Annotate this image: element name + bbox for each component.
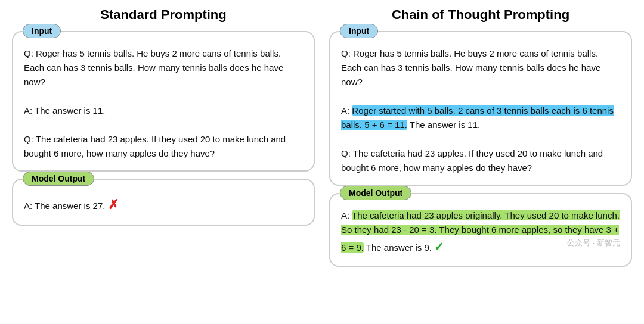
- right-column: Chain of Thought Prompting Input Q: Roge…: [329, 7, 632, 267]
- right-output-badge: Model Output: [340, 186, 411, 200]
- left-a1: A: The answer is 11.: [24, 105, 105, 116]
- left-title: Standard Prompting: [12, 7, 315, 23]
- left-input-card: Input Q: Roger has 5 tennis balls. He bu…: [12, 31, 315, 172]
- correct-icon: ✓: [434, 240, 444, 253]
- main-layout: Standard Prompting Input Q: Roger has 5 …: [12, 7, 632, 267]
- watermark: 公众号 · 新智元: [567, 237, 620, 250]
- right-a1-end: The answer is 11.: [407, 120, 480, 130]
- left-column: Standard Prompting Input Q: Roger has 5 …: [12, 7, 315, 267]
- right-input-badge: Input: [340, 24, 378, 38]
- right-q1: Q: Roger has 5 tennis balls. He buys 2 m…: [341, 48, 600, 87]
- left-output-body: A: The answer is 27. ✗: [24, 194, 303, 215]
- right-input-card: Input Q: Roger has 5 tennis balls. He bu…: [329, 31, 632, 186]
- right-q2: Q: The cafeteria had 23 apples. If they …: [341, 148, 603, 173]
- left-input-badge: Input: [23, 24, 61, 38]
- left-output-badge: Model Output: [23, 172, 94, 186]
- right-output-end: The answer is 9.: [364, 242, 432, 253]
- left-output-card: Model Output A: The answer is 27. ✗: [12, 179, 315, 226]
- left-output-text: A: The answer is 27.: [24, 201, 105, 211]
- left-q1: Q: Roger has 5 tennis balls. He buys 2 m…: [24, 48, 283, 87]
- right-input-body: Q: Roger has 5 tennis balls. He buys 2 m…: [341, 46, 620, 175]
- left-q2: Q: The cafeteria had 23 apples. If they …: [24, 134, 286, 158]
- left-input-body: Q: Roger has 5 tennis balls. He buys 2 m…: [24, 46, 303, 161]
- right-title: Chain of Thought Prompting: [329, 7, 632, 23]
- right-output-body: A: The cafeteria had 23 apples originall…: [341, 208, 620, 256]
- wrong-icon: ✗: [108, 197, 119, 212]
- right-a1-prefix: A:: [341, 105, 352, 116]
- right-output-prefix: A:: [341, 210, 352, 220]
- right-output-card: Model Output A: The cafeteria had 23 app…: [329, 193, 632, 267]
